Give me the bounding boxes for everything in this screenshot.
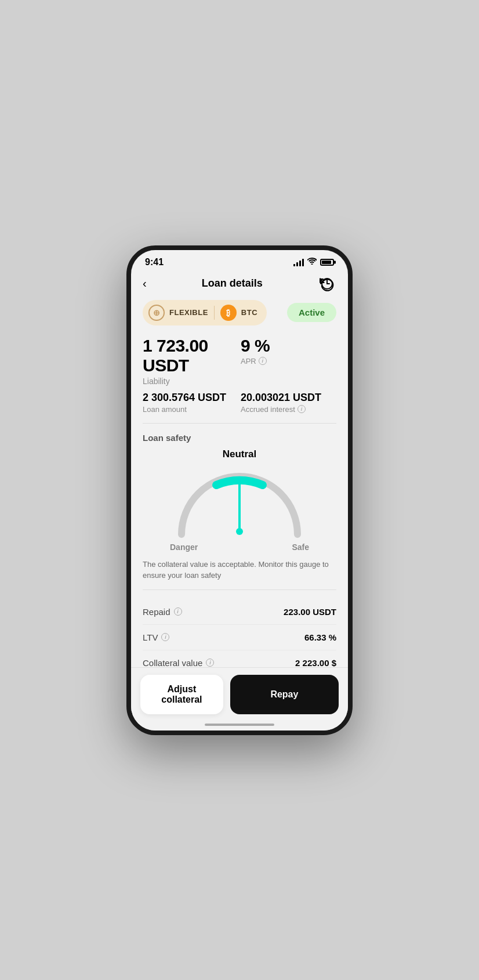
battery-icon: [320, 259, 334, 266]
loan-type-badge: ⊕ FLEXIBLE ₿ BTC: [143, 300, 267, 326]
gauge-labels: Danger Safe: [170, 543, 309, 552]
main-content: ⊕ FLEXIBLE ₿ BTC Active 1 723.00 USDT Li…: [131, 300, 348, 731]
refresh-button[interactable]: [318, 274, 336, 293]
gauge-wrapper: [170, 465, 309, 540]
table-row: LTV i 66.33 %: [143, 625, 336, 650]
danger-label: Danger: [170, 543, 198, 552]
divider-1: [143, 423, 336, 424]
header: ‹ Loan details: [131, 270, 348, 300]
status-bar: 9:41: [131, 250, 348, 270]
gauge-description: The collateral value is acceptable. Moni…: [143, 559, 336, 581]
gauge-container: Neutral Danger Safe: [143, 449, 336, 552]
repaid-label: Repaid i: [143, 607, 182, 617]
badge-row: ⊕ FLEXIBLE ₿ BTC Active: [143, 300, 336, 326]
apr-value: 9 %: [241, 336, 336, 356]
flexible-icon: ⊕: [148, 305, 165, 321]
collateral-value-label: Collateral value i: [143, 658, 214, 668]
liability-col: 1 723.00 USDT Liability: [143, 336, 238, 386]
ltv-label: LTV i: [143, 632, 169, 642]
ltv-value: 66.33 %: [304, 632, 336, 642]
accrued-interest-label: Accrued interest i: [241, 405, 336, 414]
loan-amount-col: 2 300.5764 USDT Loan amount: [143, 392, 238, 414]
apr-label: APR i: [241, 357, 336, 366]
status-time: 9:41: [145, 257, 164, 267]
collateral-value: 2 223.00 $: [295, 658, 336, 668]
adjust-collateral-button[interactable]: Adjust collateral: [140, 675, 223, 714]
wifi-icon: [307, 258, 317, 266]
bottom-bar: Adjust collateral Repay: [131, 667, 348, 731]
loan-interest-row: 2 300.5764 USDT Loan amount 20.003021 US…: [143, 392, 336, 414]
repaid-info-icon[interactable]: i: [174, 607, 182, 616]
loan-safety-label: Loan safety: [143, 433, 336, 443]
liability-amount: 1 723.00 USDT: [143, 336, 238, 375]
accrued-interest-value: 20.003021 USDT: [241, 392, 336, 404]
accrued-info-icon[interactable]: i: [297, 405, 306, 413]
liability-label: Liability: [143, 377, 238, 386]
apr-info-icon[interactable]: i: [259, 357, 267, 365]
gauge-svg: [170, 465, 309, 540]
flexible-label: FLEXIBLE: [169, 308, 208, 317]
collateral-info-icon[interactable]: i: [206, 659, 214, 667]
loan-amount-value: 2 300.5764 USDT: [143, 392, 238, 404]
loan-safety-section: Loan safety Neutral Da: [143, 433, 336, 581]
back-button[interactable]: ‹: [143, 277, 147, 290]
active-badge: Active: [287, 303, 336, 322]
divider-2: [143, 590, 336, 590]
repaid-value: 223.00 USDT: [284, 607, 336, 617]
btc-label: BTC: [241, 308, 257, 317]
gauge-title: Neutral: [223, 449, 257, 460]
repay-button[interactable]: Repay: [230, 675, 339, 714]
signal-icon: [293, 258, 304, 266]
ltv-info-icon[interactable]: i: [161, 633, 169, 641]
apr-col: 9 % APR i: [241, 336, 336, 386]
liability-apr-row: 1 723.00 USDT Liability 9 % APR i: [143, 336, 336, 386]
table-row: Repaid i 223.00 USDT: [143, 599, 336, 625]
safe-label: Safe: [292, 543, 309, 552]
status-icons: [293, 258, 334, 266]
home-indicator: [205, 724, 274, 726]
btc-icon: ₿: [220, 305, 237, 321]
svg-point-3: [236, 528, 243, 535]
page-title: Loan details: [202, 277, 263, 290]
loan-amount-label: Loan amount: [143, 405, 238, 414]
accrued-interest-col: 20.003021 USDT Accrued interest i: [241, 392, 336, 414]
clock-refresh-icon: [320, 276, 335, 291]
badge-divider: [214, 306, 215, 320]
